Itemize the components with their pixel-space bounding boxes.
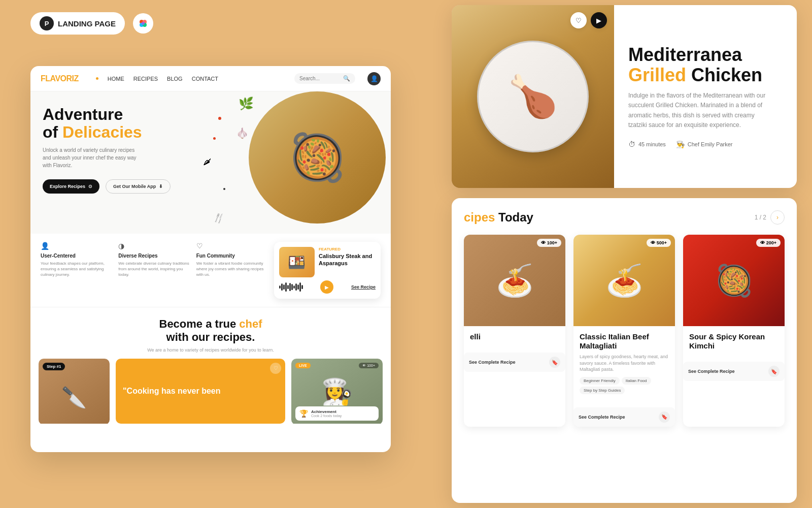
bookmark-2[interactable]: 🔖 xyxy=(659,411,670,423)
favorite-icon[interactable]: ♡ xyxy=(570,12,587,28)
quote-heart: ♡ xyxy=(270,363,281,374)
feature-desc-0: Your feedback shapes our platform, ensur… xyxy=(41,261,112,278)
dot-2 xyxy=(213,137,216,140)
recipe-footer-3: See Complete Recipe 🔖 xyxy=(683,362,785,381)
website-mockup: FLAVORIZ HOME RECIPES BLOG CONTACT 🔍 👤 A… xyxy=(30,66,391,452)
nav-link-recipes[interactable]: RECIPES xyxy=(133,76,158,82)
live-card: LIVE 👁 100+ 👩‍🍳 🏆 Achievement Cook 2 foo… xyxy=(291,359,383,424)
waveform xyxy=(279,282,303,292)
search-icon: 🔍 xyxy=(343,75,350,82)
nav-link-home[interactable]: HOME xyxy=(108,76,124,82)
search-input[interactable] xyxy=(299,76,340,81)
time-meta: ⏱ 45 minutes xyxy=(628,140,666,148)
hero-buttons: Explore Recipes ⊙ Get Our Mobile App ⬇ xyxy=(43,179,171,194)
see-complete-2[interactable]: See Complete Recipe xyxy=(579,415,625,420)
feature-title-0: User-Centered xyxy=(41,253,112,259)
recipe-tags-2: Beginner Friendly Italian Food Step by S… xyxy=(580,377,669,394)
chef-heading: Become a true chef with our recipes. xyxy=(43,318,379,344)
recipe-name-2: Classic Italian Beef Maltagliati xyxy=(580,332,669,351)
landing-badge: P LANDING PAGE xyxy=(30,12,125,35)
svg-point-4 xyxy=(142,22,145,25)
badge-label: LANDING PAGE xyxy=(58,19,116,28)
food-emoji: 🥘 xyxy=(289,131,346,184)
active-dot xyxy=(96,77,98,80)
dot-1 xyxy=(218,117,221,120)
features-row: 👤 User-Centered Your feedback shapes our… xyxy=(30,234,391,307)
achievement-title: Achievement xyxy=(311,409,342,414)
feature-title-1: Diverse Recipes xyxy=(118,253,190,259)
play-icon[interactable]: ▶ xyxy=(591,12,607,28)
hero-subtitle: Unlock a world of variety culinary recip… xyxy=(43,146,144,169)
nav-link-contact[interactable]: CONTACT xyxy=(192,76,218,82)
hero-heading: Adventure of Delicacies xyxy=(43,106,171,141)
user-avatar[interactable]: 👤 xyxy=(367,72,381,85)
recipe-views-2: 👁 500+ xyxy=(647,239,671,247)
recipe-card-3: 🥘 👁 200+ Sour & Spicy Korean Kimchi See … xyxy=(683,235,785,427)
recipe-img-bg-3: 🥘 xyxy=(683,235,785,326)
featured-label: FEATURED xyxy=(319,247,376,251)
right-panel: 🍗 ♡ ▶ Mediterranea Grilled Chicken Indul… xyxy=(452,5,797,503)
chicken-info: Mediterranea Grilled Chicken Indulge in … xyxy=(614,5,785,188)
bookmark-1[interactable]: 🔖 xyxy=(549,357,560,368)
recipe-card-1: 🍝 👁 100+ elli See Complete Recipe 🔖 xyxy=(464,235,565,427)
pepper-icon: 🌶 xyxy=(203,157,211,167)
top-bar: P LANDING PAGE xyxy=(30,12,153,35)
recipe-image-3: 🥘 👁 200+ xyxy=(683,235,785,326)
p-icon: P xyxy=(40,16,54,30)
chicken-desc: Indulge in the flavors of the Mediterran… xyxy=(628,91,770,130)
chicken-food-display: 🍗 xyxy=(452,5,614,188)
search-bar[interactable]: 🔍 xyxy=(294,73,355,84)
chef-meta: 👨‍🍳 Chef Emily Parker xyxy=(676,140,733,148)
explore-recipes-button[interactable]: Explore Recipes ⊙ xyxy=(43,179,99,194)
tag-beginner: Beginner Friendly xyxy=(580,377,620,385)
recipe-name-1: elli xyxy=(470,332,559,341)
see-complete-1[interactable]: See Complete Recipe xyxy=(469,360,516,365)
dot-3 xyxy=(223,188,225,190)
featured-food-thumb: 🍱 xyxy=(279,247,315,277)
recipe-img-bg-1: 🍝 xyxy=(464,235,565,326)
chicken-image: 🍗 ♡ ▶ xyxy=(452,5,614,188)
recipe-footer-1: See Complete Recipe 🔖 xyxy=(464,353,565,372)
recipe-img-bg-2: 🍝 xyxy=(573,235,675,326)
quote-card: ♡ "Cooking has never been xyxy=(116,359,285,424)
recipe-desc-2: Layers of spicy goodness, hearty meat, a… xyxy=(580,354,669,373)
recipe-views-1: 👁 100+ xyxy=(537,239,561,247)
recipes-grid: 🍝 👁 100+ elli See Complete Recipe 🔖 xyxy=(464,235,785,427)
feature-title-2: Fun Community xyxy=(196,253,268,259)
see-complete-3[interactable]: See Complete Recipe xyxy=(688,369,735,374)
bottom-row: Step #1 🔪 ♡ "Cooking has never been LIVE… xyxy=(30,353,391,424)
featured-info: FEATURED Calisbury Steak and Asparagus xyxy=(319,247,376,267)
play-button[interactable]: ▶ xyxy=(320,280,333,294)
chicken-top-icons: ♡ ▶ xyxy=(570,12,607,28)
next-page-button[interactable]: › xyxy=(770,210,785,225)
featured-recipe-card: 🍱 FEATURED Calisbury Steak and Asparagus xyxy=(274,242,381,299)
chicken-detail-card: 🍗 ♡ ▶ Mediterranea Grilled Chicken Indul… xyxy=(452,5,797,188)
recipe-image-1: 🍝 👁 100+ xyxy=(464,235,565,326)
nav-link-blog[interactable]: BLOG xyxy=(167,76,183,82)
hero-text: Adventure of Delicacies Unlock a world o… xyxy=(43,106,171,194)
recipes-header: cipes Today 1 / 2 › xyxy=(464,210,785,225)
recipe-image-2: 🍝 👁 500+ xyxy=(573,235,675,326)
chef-section: Become a true chef with our recipes. We … xyxy=(30,307,391,353)
figma-icon[interactable] xyxy=(133,13,153,34)
mobile-app-button[interactable]: Get Our Mobile App ⬇ xyxy=(106,179,171,194)
download-icon: ⬇ xyxy=(159,184,163,189)
tag-italian: Italian Food xyxy=(622,377,651,385)
community-icon: ♡ xyxy=(196,242,268,250)
herb-icon: 🌿 xyxy=(239,97,254,111)
chicken-title: Mediterranea Grilled Chicken xyxy=(628,45,770,85)
logo: FLAVORIZ xyxy=(41,74,79,83)
fork-icon: 🍴 xyxy=(212,211,226,225)
recipes-section-title: cipes Today xyxy=(464,210,533,225)
see-recipe-link[interactable]: See Recipe xyxy=(351,284,376,290)
feature-desc-1: We celebrate diverse culinary traditions… xyxy=(118,261,190,278)
arrow-icon: ⊙ xyxy=(88,184,92,189)
chicken-meta: ⏱ 45 minutes 👨‍🍳 Chef Emily Parker xyxy=(628,140,770,148)
hero-food-image: 🥘 🌿 🧄 🌶 🍴 xyxy=(203,91,391,234)
feature-desc-2: We foster a vibrant foodie community whe… xyxy=(196,261,268,278)
bookmark-3[interactable]: 🔖 xyxy=(768,366,780,377)
nav-bar: FLAVORIZ HOME RECIPES BLOG CONTACT 🔍 👤 xyxy=(30,66,391,91)
featured-footer: ▶ See Recipe xyxy=(279,280,376,294)
chef-desc: We are a home to variety of recipes worl… xyxy=(43,347,379,353)
feature-diverse: ◑ Diverse Recipes We celebrate diverse c… xyxy=(118,242,196,299)
